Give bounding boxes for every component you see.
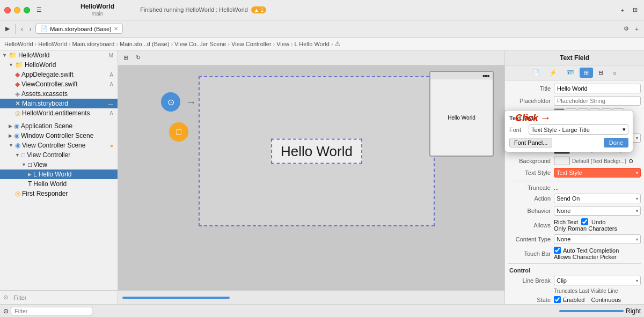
sidebar-filter-input[interactable] <box>10 293 114 302</box>
breadcrumb-item[interactable]: View Co...ler Scene <box>174 41 226 47</box>
breadcrumb-item[interactable]: View <box>276 41 289 47</box>
disclosure-icon[interactable]: ▼ <box>15 152 20 158</box>
auto-completion-checkbox[interactable] <box>554 247 561 254</box>
breadcrumb-item[interactable]: View Controller <box>231 41 271 47</box>
sidebar-item-hello-world-text[interactable]: T Hello World <box>0 179 118 189</box>
enabled-checkbox[interactable] <box>554 296 561 303</box>
minimize-button[interactable] <box>14 7 20 13</box>
disclosure-icon[interactable]: ▶ <box>9 123 12 129</box>
inspector-tab-attributes[interactable]: ⊞ <box>580 68 593 78</box>
background-color-swatch[interactable] <box>554 157 570 165</box>
refresh-btn[interactable]: ↻ <box>134 53 143 62</box>
disclosure-icon[interactable]: ▼ <box>9 143 13 148</box>
disclosure-icon[interactable]: ▶ <box>9 133 12 138</box>
bottom-filter-input[interactable] <box>11 307 92 315</box>
zoom-fit-btn[interactable]: ⊞ <box>121 53 130 62</box>
filter-icon: ⊙ <box>3 307 9 315</box>
sidebar-item-project[interactable]: ▼ 📁 HelloWorld M <box>0 50 118 60</box>
storyboard-tab[interactable]: 📄 Main.storyboard (Base) ✕ <box>35 24 122 34</box>
field-row-line-break: Line Break Clip ▾ <box>508 276 641 285</box>
sidebar-item-group[interactable]: ▼ 📁 HelloWorld <box>0 60 118 70</box>
inspector-tab-connections[interactable]: ○ <box>609 68 621 78</box>
sidebar-item-label: View <box>33 161 47 168</box>
sidebar-item-label: Application Scene <box>21 122 72 130</box>
chevron-down-icon: ▾ <box>636 278 638 283</box>
disclosure-icon[interactable]: ▼ <box>21 162 26 167</box>
back-button[interactable]: ‹ <box>19 25 25 33</box>
title-bar: ☰ HelloWorld main Finished running Hello… <box>0 0 644 20</box>
responder-icon: ◎ <box>15 190 20 197</box>
disclosure-icon[interactable]: ▼ <box>2 53 7 58</box>
allows-undo-checkbox[interactable] <box>581 218 588 225</box>
action-value: Send On <box>557 195 580 202</box>
field-label-action: Action <box>508 195 554 202</box>
inspector-tab-size[interactable]: ⊟ <box>594 68 608 78</box>
breadcrumb-item[interactable]: Main.sto...d (Base) <box>120 41 169 47</box>
sidebar-item-entitlements[interactable]: ◎ HelloWorld.entitlements A <box>0 108 118 118</box>
line-break-dropdown[interactable]: Clip ▾ <box>554 276 641 285</box>
forward-button[interactable]: › <box>27 25 34 33</box>
separator <box>508 181 641 181</box>
action-dropdown[interactable]: Send On ▾ <box>554 194 641 203</box>
inspector-tab-quick[interactable]: ⚡ <box>545 68 561 78</box>
text-style-dropdown[interactable]: Text Style ▾ <box>554 168 641 178</box>
fullscreen-button[interactable] <box>24 7 30 13</box>
breadcrumb-item[interactable]: HelloWorld <box>38 41 67 47</box>
tab-close-button[interactable]: ✕ <box>114 26 118 32</box>
auto-completion-label: Auto Text Completion <box>563 247 619 254</box>
close-button[interactable] <box>4 7 11 13</box>
sidebar-item-appdelegate[interactable]: ◆ AppDelegate.swift A <box>0 70 118 79</box>
view-icon: □ <box>28 161 32 168</box>
font-popup-done-button[interactable]: Done <box>604 138 628 148</box>
tab-icon: 📄 <box>40 25 48 32</box>
field-label-touch-bar: Touch Bar <box>508 250 554 257</box>
sidebar-item-vc-scene[interactable]: ▼ ◉ View Controller Scene ● <box>0 141 118 150</box>
sidebar-item-viewcontroller[interactable]: ◆ ViewController.swift A <box>0 79 118 89</box>
hello-world-text-field[interactable]: Hello World <box>271 139 362 164</box>
disclosure-icon[interactable]: ▼ <box>9 62 13 68</box>
inspector-tab-file[interactable]: 📄 <box>528 68 544 78</box>
vc-icon: □ <box>21 151 25 159</box>
canvas-content[interactable]: ⊙ → □ Hello World ■■■ Hello World <box>118 65 504 290</box>
sidebar-item-hello-world-label[interactable]: ▶ L Hello World <box>0 169 118 179</box>
canvas-area: ⊞ ↻ ⊙ → □ Hello World <box>118 50 504 304</box>
field-label-behavior: Behavior <box>508 208 554 214</box>
font-style-dropdown[interactable]: Text Style - Large Title ▾ <box>529 124 628 135</box>
layout-toggle-button[interactable]: ⊞ <box>631 5 640 14</box>
sidebar-item-first-responder[interactable]: ◎ First Responder <box>0 189 118 198</box>
inspector-toolbar-btn[interactable]: ⚙ <box>621 24 631 33</box>
add-button[interactable]: + <box>619 6 626 14</box>
traffic-lights[interactable] <box>4 7 30 13</box>
sidebar-item-label: HelloWorld.entitlements <box>22 109 90 117</box>
sidebar-item-assets[interactable]: ◈ Assets.xcassets <box>0 89 118 99</box>
inspector-tab-identity[interactable]: 🪪 <box>562 68 579 78</box>
breadcrumb: HelloWorld › HelloWorld › Main.storyboar… <box>0 38 644 50</box>
chevron-down-icon: ▾ <box>636 209 638 213</box>
disclosure-icon[interactable]: ▶ <box>28 172 32 177</box>
breadcrumb-item[interactable]: L Hello World <box>295 41 330 47</box>
content-type-dropdown[interactable]: None ▾ <box>554 234 641 244</box>
scheme-selector[interactable]: ▶ <box>3 24 12 33</box>
allows-roman-label: Only Roman Characters <box>554 225 617 232</box>
chevron-down-icon: ▾ <box>636 237 638 242</box>
behavior-dropdown[interactable]: None ▾ <box>554 206 641 216</box>
placeholder-input[interactable] <box>554 96 641 106</box>
sidebar-item-window-scene[interactable]: ▶ ◉ Window Controller Scene <box>0 131 118 141</box>
library-btn[interactable]: + <box>633 24 641 33</box>
sidebar-item-view[interactable]: ▼ □ View <box>0 160 118 169</box>
sidebar-item-storyboard[interactable]: ✕ Main.storyboard — <box>0 99 118 108</box>
sidebar-item-label: HelloWorld <box>18 51 49 59</box>
sidebar-toggle-button[interactable]: ☰ <box>34 5 44 14</box>
sidebar-item-vc[interactable]: ▼ □ View Controller <box>0 150 118 160</box>
warning-badge: ▲ 1 <box>251 6 266 13</box>
item-badge: M <box>109 53 115 58</box>
bg-color-picker-icon[interactable]: ⊙ <box>628 158 633 165</box>
font-popup-font-label: Font <box>509 127 525 133</box>
title-input[interactable] <box>554 84 641 93</box>
breadcrumb-item[interactable]: HelloWorld <box>4 41 33 47</box>
vc-canvas-box[interactable]: Hello World <box>199 76 435 226</box>
sidebar-item-application-scene[interactable]: ▶ ◉ Application Scene <box>0 121 118 131</box>
font-panel-button[interactable]: Font Panel... <box>509 138 552 148</box>
sidebar-item-label: ViewController.swift <box>21 80 77 88</box>
breadcrumb-item[interactable]: Main.storyboard <box>72 41 115 47</box>
